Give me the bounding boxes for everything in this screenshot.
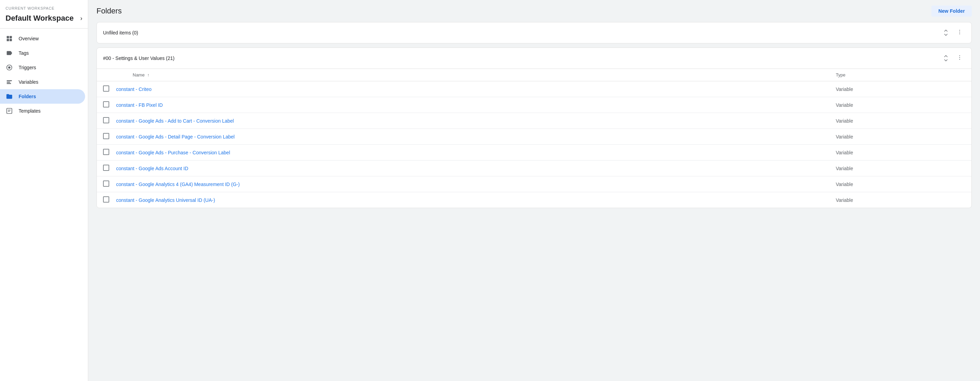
folder-icon xyxy=(5,93,13,100)
checkbox-col-header xyxy=(97,69,112,81)
sidebar-item-tags[interactable]: Tags xyxy=(0,46,85,60)
variable-icon xyxy=(5,78,13,86)
row-checkbox[interactable] xyxy=(103,101,109,108)
workspace-name: Default Workspace xyxy=(5,14,74,23)
row-name-cell: constant - Google Ads - Add to Cart - Co… xyxy=(112,113,832,129)
settings-section: #00 - Settings & User Values (21) xyxy=(97,48,972,208)
more-icon xyxy=(956,29,963,37)
svg-rect-10 xyxy=(8,110,11,111)
page-title: Folders xyxy=(97,6,122,16)
svg-rect-3 xyxy=(10,39,12,41)
row-checkbox[interactable] xyxy=(103,117,109,123)
svg-rect-0 xyxy=(7,36,9,38)
table-row: constant - Google Ads - Detail Page - Co… xyxy=(97,129,971,145)
svg-rect-11 xyxy=(8,111,10,112)
table-row: constant - CriteoVariable xyxy=(97,81,971,97)
row-checkbox[interactable] xyxy=(103,133,109,139)
svg-point-17 xyxy=(959,59,960,60)
row-checkbox-cell xyxy=(97,113,112,129)
sidebar-item-folders[interactable]: Folders xyxy=(0,89,85,104)
svg-point-16 xyxy=(959,57,960,57)
row-name-link[interactable]: constant - FB Pixel ID xyxy=(116,102,163,108)
sidebar: CURRENT WORKSPACE Default Workspace › Ov… xyxy=(0,0,88,381)
svg-point-14 xyxy=(959,33,960,34)
more-vertical-icon xyxy=(956,54,963,62)
row-type-cell: Variable xyxy=(832,129,971,145)
row-name-cell: constant - Google Ads Account ID xyxy=(112,160,832,176)
settings-section-actions xyxy=(940,53,965,64)
row-name-link[interactable]: constant - Google Ads - Detail Page - Co… xyxy=(116,134,235,140)
workspace-selector[interactable]: Default Workspace › xyxy=(0,12,88,28)
template-icon xyxy=(5,107,13,115)
collapse-icon xyxy=(943,28,949,38)
unfiled-section-actions xyxy=(940,27,965,38)
row-name-link[interactable]: constant - Google Ads Account ID xyxy=(116,166,188,171)
row-type-cell: Variable xyxy=(832,160,971,176)
folders-header: Folders New Folder xyxy=(97,5,972,16)
row-checkbox[interactable] xyxy=(103,181,109,187)
settings-table: Name ↑ Type constant - CriteoVariablecon… xyxy=(97,68,971,208)
row-name-cell: constant - Google Ads - Purchase - Conve… xyxy=(112,145,832,160)
settings-section-header[interactable]: #00 - Settings & User Values (21) xyxy=(97,48,971,68)
sidebar-item-templates[interactable]: Templates xyxy=(0,104,85,118)
current-workspace-label: CURRENT WORKSPACE xyxy=(0,0,88,12)
nav-items: Overview Tags Triggers xyxy=(0,31,88,118)
tag-icon xyxy=(5,49,13,57)
svg-point-12 xyxy=(959,30,960,30)
svg-point-15 xyxy=(959,55,960,56)
name-col-header[interactable]: Name ↑ xyxy=(112,69,832,81)
svg-rect-2 xyxy=(7,39,9,41)
unfiled-section-header[interactable]: Unfiled items (0) xyxy=(97,22,971,43)
sidebar-item-triggers-label: Triggers xyxy=(19,65,36,70)
sidebar-item-templates-label: Templates xyxy=(19,108,41,114)
table-row: constant - Google Ads Account IDVariable xyxy=(97,160,971,176)
row-type-cell: Variable xyxy=(832,192,971,208)
row-type-cell: Variable xyxy=(832,113,971,129)
table-row: constant - FB Pixel IDVariable xyxy=(97,97,971,113)
overview-icon xyxy=(5,35,13,42)
nav-divider xyxy=(0,28,88,29)
row-name-link[interactable]: constant - Google Analytics 4 (GA4) Meas… xyxy=(116,181,240,187)
row-name-link[interactable]: constant - Google Analytics Universal ID… xyxy=(116,197,215,203)
type-col-header: Type xyxy=(832,69,971,81)
row-checkbox-cell xyxy=(97,192,112,208)
svg-point-13 xyxy=(959,31,960,32)
row-checkbox-cell xyxy=(97,160,112,176)
svg-rect-6 xyxy=(7,80,12,81)
unfiled-section-title: Unfiled items (0) xyxy=(103,30,138,35)
row-name-cell: constant - Google Analytics Universal ID… xyxy=(112,192,832,208)
row-checkbox[interactable] xyxy=(103,165,109,171)
sidebar-item-triggers[interactable]: Triggers xyxy=(0,60,85,75)
expand-collapse-icon xyxy=(943,53,949,63)
unfiled-collapse-button[interactable] xyxy=(940,27,951,38)
table-row: constant - Google Ads - Add to Cart - Co… xyxy=(97,113,971,129)
settings-collapse-button[interactable] xyxy=(940,53,951,64)
row-checkbox[interactable] xyxy=(103,196,109,203)
row-checkbox-cell xyxy=(97,129,112,145)
sidebar-item-tags-label: Tags xyxy=(19,50,29,56)
sidebar-item-variables[interactable]: Variables xyxy=(0,75,85,89)
table-row: constant - Google Analytics Universal ID… xyxy=(97,192,971,208)
row-name-link[interactable]: constant - Criteo xyxy=(116,86,152,92)
row-checkbox[interactable] xyxy=(103,149,109,155)
row-name-link[interactable]: constant - Google Ads - Purchase - Conve… xyxy=(116,150,230,156)
row-type-cell: Variable xyxy=(832,145,971,160)
row-name-cell: constant - Google Analytics 4 (GA4) Meas… xyxy=(112,176,832,192)
row-name-cell: constant - Google Ads - Detail Page - Co… xyxy=(112,129,832,145)
new-folder-button[interactable]: New Folder xyxy=(931,5,972,16)
settings-section-title: #00 - Settings & User Values (21) xyxy=(103,56,175,61)
table-row: constant - Google Ads - Purchase - Conve… xyxy=(97,145,971,160)
unfiled-more-button[interactable] xyxy=(954,27,965,38)
row-type-cell: Variable xyxy=(832,176,971,192)
main-content: Folders New Folder Unfiled items (0) xyxy=(88,0,980,381)
workspace-chevron-icon: › xyxy=(80,15,82,22)
settings-more-button[interactable] xyxy=(954,53,965,64)
row-type-cell: Variable xyxy=(832,81,971,97)
row-name-cell: constant - FB Pixel ID xyxy=(112,97,832,113)
row-checkbox-cell xyxy=(97,81,112,97)
row-name-link[interactable]: constant - Google Ads - Add to Cart - Co… xyxy=(116,118,234,124)
svg-rect-1 xyxy=(10,36,12,38)
row-checkbox-cell xyxy=(97,176,112,192)
row-checkbox[interactable] xyxy=(103,86,109,92)
sidebar-item-overview[interactable]: Overview xyxy=(0,31,85,46)
